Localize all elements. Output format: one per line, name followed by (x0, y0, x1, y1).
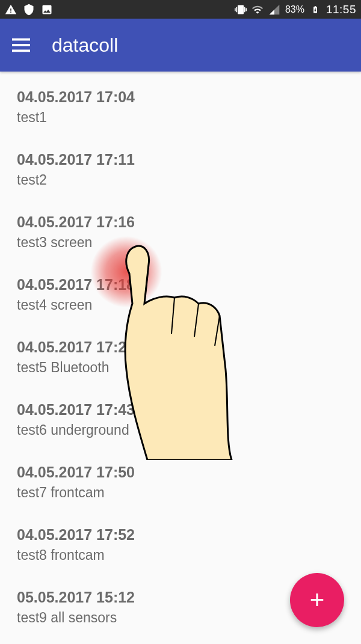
status-left (5, 4, 53, 16)
list-item[interactable]: 04.05.2017 17:16 test3 screen (17, 213, 344, 251)
image-icon (41, 4, 53, 16)
vibrate-icon (235, 4, 247, 16)
list-item[interactable]: 04.05.2017 17:04 test1 (17, 88, 344, 126)
signal-icon (268, 4, 280, 16)
menu-icon[interactable] (12, 38, 30, 52)
svg-rect-2 (12, 50, 30, 52)
item-label: test6 underground (17, 422, 344, 438)
item-timestamp: 04.05.2017 17:16 (17, 213, 344, 231)
list-item[interactable]: 04.05.2017 17:52 test8 frontcam (17, 526, 344, 563)
item-timestamp: 04.05.2017 17:21 (17, 339, 344, 356)
warning-icon (5, 4, 17, 16)
item-label: test5 Bluetooth (17, 360, 344, 376)
list-item[interactable]: 04.05.2017 17:11 test2 (17, 151, 344, 188)
record-list[interactable]: 04.05.2017 17:04 test1 04.05.2017 17:11 … (0, 72, 361, 626)
status-time: 11:55 (326, 3, 356, 16)
item-timestamp: 04.05.2017 17:04 (17, 88, 344, 106)
item-label: test3 screen (17, 235, 344, 251)
item-timestamp: 04.05.2017 17:11 (17, 151, 344, 168)
battery-charging-icon (309, 4, 321, 16)
app-title: datacoll (52, 34, 118, 57)
add-button[interactable]: + (290, 573, 344, 627)
item-label: test4 screen (17, 297, 344, 313)
status-bar: 83% 11:55 (0, 0, 361, 19)
item-label: test1 (17, 109, 344, 126)
item-label: test2 (17, 172, 344, 188)
plus-icon: + (310, 586, 325, 615)
item-timestamp: 04.05.2017 17:43 (17, 401, 344, 419)
list-item[interactable]: 04.05.2017 17:21 test5 Bluetooth (17, 339, 344, 376)
item-timestamp: 04.05.2017 17:50 (17, 464, 344, 481)
shield-icon (23, 4, 35, 16)
status-right: 83% 11:55 (235, 3, 356, 16)
item-timestamp: 04.05.2017 17:52 (17, 526, 344, 544)
list-item[interactable]: 04.05.2017 17:18 test4 screen (17, 276, 344, 313)
svg-rect-1 (12, 44, 30, 46)
item-label: test7 frontcam (17, 485, 344, 501)
item-timestamp: 04.05.2017 17:18 (17, 276, 344, 293)
wifi-icon (251, 4, 264, 16)
app-bar: datacoll (0, 19, 361, 72)
item-label: test8 frontcam (17, 547, 344, 563)
svg-rect-0 (12, 38, 30, 41)
list-item[interactable]: 04.05.2017 17:43 test6 underground (17, 401, 344, 438)
list-item[interactable]: 04.05.2017 17:50 test7 frontcam (17, 464, 344, 501)
battery-percent: 83% (285, 4, 304, 15)
